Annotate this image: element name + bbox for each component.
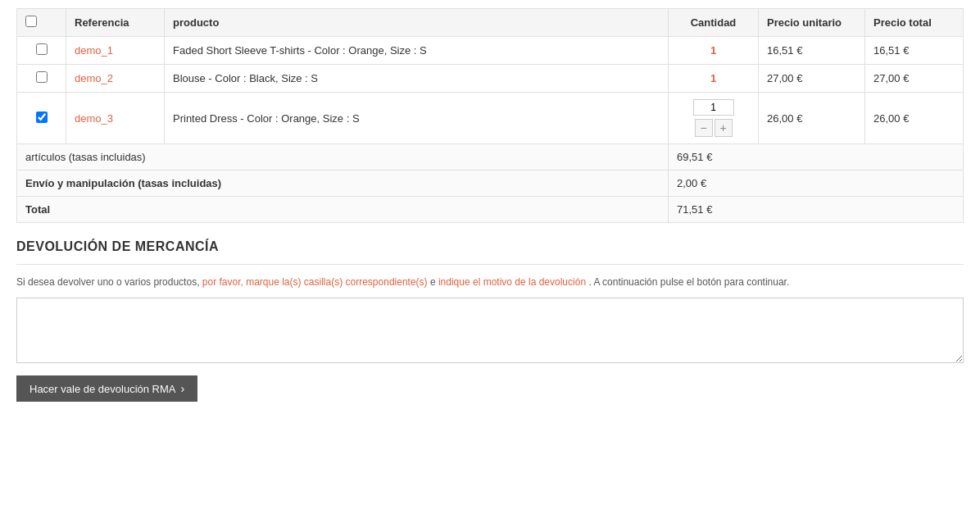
row3-ref-link[interactable]: demo_3 (75, 112, 113, 125)
row1-reference: demo_1 (66, 37, 165, 65)
row2-total-price: 27,00 € (865, 65, 964, 93)
qty-increment-button[interactable]: + (715, 119, 733, 137)
row2-check-cell (17, 65, 66, 93)
row2-checkbox[interactable] (36, 71, 48, 83)
qty-buttons: − + (695, 119, 733, 137)
summary-label-articles: artículos (tasas incluidas) (17, 144, 669, 171)
rma-button-label: Hacer vale de devolución RMA (29, 383, 175, 395)
info-text-before: Si desea devolver uno o varios productos… (16, 276, 202, 288)
summary-label-shipping: Envío y manipulación (tasas incluidas) (17, 171, 669, 197)
header-reference: Referencia (66, 9, 165, 37)
row1-product: Faded Short Sleeve T-shirts - Color : Or… (165, 37, 669, 65)
row1-unit-price: 16,51 € (759, 37, 865, 65)
summary-row-articles: artículos (tasas incluidas) 69,51 € (17, 144, 964, 171)
table-row: demo_2 Blouse - Color : Black, Size : S … (17, 65, 964, 93)
row3-quantity-cell: − + (669, 93, 759, 144)
row2-quantity: 1 (669, 65, 759, 93)
table-row: demo_1 Faded Short Sleeve T-shirts - Col… (17, 37, 964, 65)
summary-row-shipping: Envío y manipulación (tasas incluidas) 2… (17, 171, 964, 197)
return-reason-textarea[interactable] (16, 298, 964, 363)
header-check (17, 9, 66, 37)
row3-product: Printed Dress - Color : Orange, Size : S (165, 93, 669, 144)
row3-checkbox[interactable] (36, 111, 48, 123)
summary-label-total: Total (17, 197, 669, 223)
row1-ref-link[interactable]: demo_1 (75, 44, 113, 57)
info-text: Si desea devolver uno o varios productos… (16, 275, 964, 289)
return-section: DEVOLUCIÓN DE MERCANCÍA Si desea devolve… (16, 239, 964, 402)
info-text-highlight1: por favor, marque la(s) casilla(s) corre… (202, 276, 428, 288)
row3-unit-price: 26,00 € (759, 93, 865, 144)
row3-check-cell (17, 93, 66, 144)
row1-check-cell (17, 37, 66, 65)
divider (16, 264, 964, 265)
table-row: demo_3 Printed Dress - Color : Orange, S… (17, 93, 964, 144)
row2-ref-link[interactable]: demo_2 (75, 72, 113, 84)
info-text-middle: e (428, 276, 438, 288)
row2-unit-price: 27,00 € (759, 65, 865, 93)
header-quantity: Cantidad (669, 9, 759, 37)
summary-row-total: Total 71,51 € (17, 197, 964, 223)
header-product: producto (165, 9, 669, 37)
select-all-checkbox[interactable] (25, 16, 37, 27)
info-text-highlight2: indique el motivo de la devolución (438, 276, 586, 288)
quantity-stepper: − + (677, 99, 750, 137)
header-total-price: Precio total (865, 9, 964, 37)
row2-product: Blouse - Color : Black, Size : S (165, 65, 669, 93)
row1-quantity: 1 (669, 37, 759, 65)
qty-decrement-button[interactable]: − (695, 119, 713, 137)
info-text-after: . A continuación pulse el botón para con… (586, 276, 789, 288)
qty-input[interactable] (693, 99, 734, 116)
header-unit-price: Precio unitario (759, 9, 865, 37)
summary-value-total: 71,51 € (669, 197, 964, 223)
row3-total-price: 26,00 € (865, 93, 964, 144)
summary-value-articles: 69,51 € (669, 144, 964, 171)
row2-qty-value: 1 (710, 72, 716, 84)
section-title: DEVOLUCIÓN DE MERCANCÍA (16, 239, 964, 254)
row1-qty-value: 1 (710, 44, 716, 57)
row3-reference: demo_3 (66, 93, 165, 144)
row1-checkbox[interactable] (36, 43, 48, 55)
row2-reference: demo_2 (66, 65, 165, 93)
order-table: Referencia producto Cantidad Precio unit… (16, 8, 964, 223)
rma-button-arrow: › (180, 382, 184, 395)
summary-value-shipping: 2,00 € (669, 171, 964, 197)
row1-total-price: 16,51 € (865, 37, 964, 65)
rma-button[interactable]: Hacer vale de devolución RMA › (16, 375, 197, 402)
